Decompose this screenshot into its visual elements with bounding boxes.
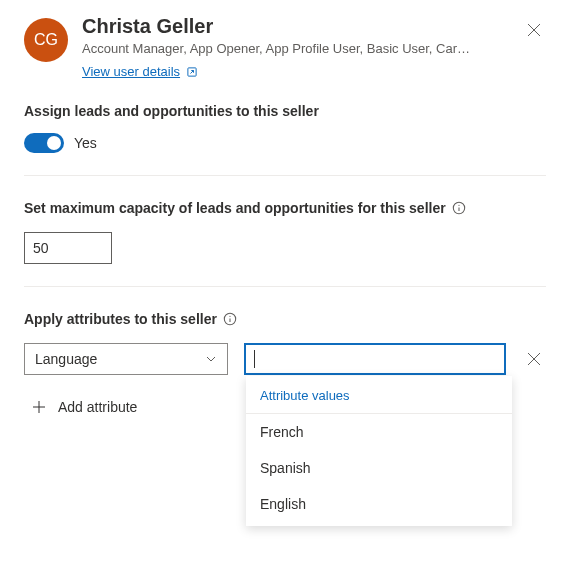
svg-point-4	[229, 316, 230, 317]
assign-toggle-value: Yes	[74, 135, 97, 151]
info-icon[interactable]	[452, 201, 466, 215]
attributes-section: Apply attributes to this seller Language	[24, 311, 546, 417]
assign-toggle[interactable]	[24, 133, 64, 153]
text-cursor	[254, 350, 255, 368]
add-attribute-button[interactable]: Add attribute	[32, 399, 137, 415]
panel-header: CG Christa Geller Account Manager, App O…	[24, 14, 546, 79]
capacity-section: Set maximum capacity of leads and opport…	[24, 200, 546, 264]
capacity-label: Set maximum capacity of leads and opport…	[24, 200, 446, 216]
attributes-label: Apply attributes to this seller	[24, 311, 217, 327]
dropdown-option[interactable]: French	[246, 414, 512, 450]
add-attribute-label: Add attribute	[58, 399, 137, 415]
info-icon[interactable]	[223, 312, 237, 326]
assign-label: Assign leads and opportunities to this s…	[24, 103, 546, 119]
capacity-input[interactable]	[24, 232, 112, 264]
assign-section: Assign leads and opportunities to this s…	[24, 103, 546, 153]
dropdown-option[interactable]: English	[246, 486, 512, 522]
dropdown-header: Attribute values	[246, 376, 512, 414]
attribute-value-input[interactable]	[244, 343, 507, 375]
dropdown-option[interactable]: Spanish	[246, 450, 512, 486]
chevron-down-icon	[205, 353, 217, 365]
close-icon	[527, 23, 541, 37]
user-roles: Account Manager, App Opener, App Profile…	[82, 40, 512, 58]
attribute-values-dropdown: Attribute values French Spanish English	[246, 376, 512, 526]
attribute-key-value: Language	[35, 351, 97, 367]
attribute-key-select[interactable]: Language	[24, 343, 228, 375]
remove-attribute-button[interactable]	[522, 347, 546, 371]
close-icon	[527, 352, 541, 366]
view-user-details-label: View user details	[82, 64, 180, 79]
open-external-icon	[186, 66, 198, 78]
user-info: Christa Geller Account Manager, App Open…	[82, 14, 546, 79]
avatar: CG	[24, 18, 68, 62]
divider	[24, 286, 546, 287]
attribute-row: Language Attribute values	[24, 343, 546, 375]
view-user-details-link[interactable]: View user details	[82, 64, 198, 79]
close-button[interactable]	[518, 14, 550, 46]
svg-point-2	[458, 205, 459, 206]
divider	[24, 175, 546, 176]
plus-icon	[32, 400, 46, 414]
user-name: Christa Geller	[82, 14, 546, 38]
